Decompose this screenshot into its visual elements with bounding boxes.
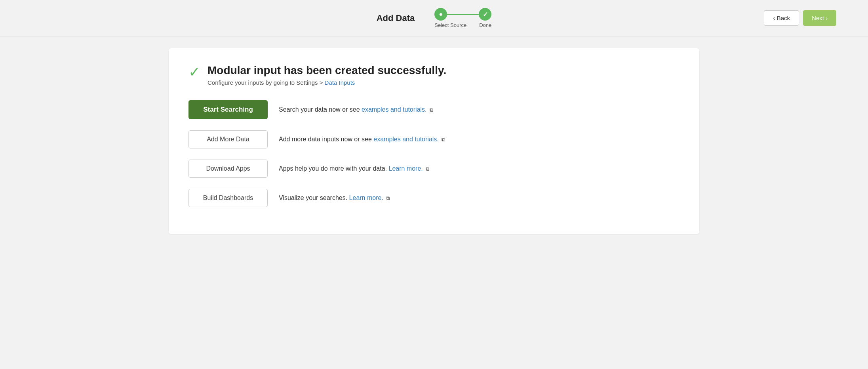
step-1-circle: ●	[434, 8, 447, 21]
next-button[interactable]: Next ›	[803, 10, 836, 26]
success-title: Modular input has been created successfu…	[207, 64, 446, 77]
action-row-3: Build DashboardsVisualize your searches.…	[188, 189, 680, 207]
action-link-1[interactable]: examples and tutorials.	[373, 136, 439, 143]
step-1-label: Select Source	[434, 22, 466, 28]
action-row-0: Start SearchingSearch your data now or s…	[188, 100, 680, 119]
content-card: ✓ Modular input has been created success…	[169, 48, 699, 234]
success-subtitle: Configure your inputs by going to Settin…	[207, 79, 446, 86]
external-link-icon-2: ⧉	[426, 166, 429, 172]
action-link-0[interactable]: examples and tutorials.	[362, 106, 427, 113]
success-text-block: Modular input has been created successfu…	[207, 64, 446, 86]
action-link-3[interactable]: Learn more.	[349, 194, 383, 201]
back-button[interactable]: ‹ Back	[764, 10, 799, 26]
action-row-1: Add More DataAdd more data inputs now or…	[188, 130, 680, 148]
external-link-icon-0: ⧉	[430, 107, 433, 113]
step-2-label: Done	[479, 22, 491, 28]
action-description-1: Add more data inputs now or see examples…	[279, 136, 445, 143]
step-2-circle: ✓	[479, 8, 491, 21]
wizard-steps-row: ● ✓	[434, 8, 491, 21]
action-button-0[interactable]: Start Searching	[188, 100, 268, 119]
data-inputs-link[interactable]: Data Inputs	[325, 79, 355, 86]
step-connector-line	[447, 14, 479, 15]
external-link-icon-1: ⧉	[442, 137, 445, 143]
actions-container: Start SearchingSearch your data now or s…	[188, 100, 680, 207]
wizard-steps-container: ● ✓ Select Source Done	[434, 8, 491, 28]
action-row-2: Download AppsApps help you do more with …	[188, 160, 680, 178]
external-link-icon-3: ⧉	[386, 195, 390, 201]
page-title: Add Data	[377, 13, 415, 23]
action-link-2[interactable]: Learn more.	[389, 165, 423, 172]
action-description-3: Visualize your searches. Learn more. ⧉	[279, 194, 390, 202]
action-description-2: Apps help you do more with your data. Le…	[279, 165, 429, 172]
action-button-1[interactable]: Add More Data	[188, 130, 268, 148]
action-button-3[interactable]: Build Dashboards	[188, 189, 268, 207]
action-button-2[interactable]: Download Apps	[188, 160, 268, 178]
success-section: ✓ Modular input has been created success…	[188, 64, 680, 86]
success-subtitle-prefix: Configure your inputs by going to Settin…	[207, 79, 325, 86]
header-buttons: ‹ Back Next ›	[764, 10, 836, 26]
action-description-0: Search your data now or see examples and…	[279, 106, 433, 113]
main-content: ✓ Modular input has been created success…	[0, 36, 868, 246]
page-header: Add Data ● ✓ Select Source Done ‹ Back N…	[0, 0, 868, 36]
success-check-icon: ✓	[188, 65, 200, 79]
